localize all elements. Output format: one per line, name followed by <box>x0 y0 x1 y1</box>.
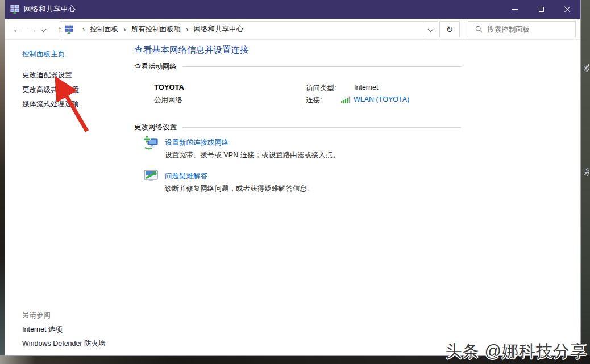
titlebar[interactable]: 网络和共享中心 <box>5 0 580 19</box>
page-title: 查看基本网络信息并设置连接 <box>134 44 249 56</box>
sidebar-item-internet-options[interactable]: Internet 选项 <box>22 325 63 334</box>
forward-icon: → <box>28 24 38 35</box>
network-sharing-icon-small <box>65 25 74 34</box>
watermark-text: 头条 @娜科技分享 <box>446 340 588 363</box>
crumb-separator: › <box>186 25 188 34</box>
network-column-divider <box>304 82 304 108</box>
sidebar-item-media-streaming-options[interactable]: 媒体流式处理选项 <box>22 99 79 109</box>
troubleshoot-icon <box>143 169 159 185</box>
network-category: 公用网络 <box>154 95 182 105</box>
troubleshoot-desc: 诊断并修复网络问题，或者获得疑难解答信息。 <box>165 184 314 194</box>
section-divider <box>182 66 461 67</box>
network-sharing-icon <box>10 5 20 14</box>
see-also-header: 另请参阅 <box>22 311 51 320</box>
desktop-wallpaper: 欢 亲 网络和共享中心 ← → ↑ <box>0 0 590 364</box>
maximize-icon <box>539 7 544 12</box>
minimize-icon <box>512 9 518 10</box>
access-type-value: Internet <box>354 83 378 91</box>
section-divider <box>182 127 461 128</box>
active-networks-section-header: 查看活动网络 <box>134 62 461 72</box>
setup-new-connection-icon <box>143 135 159 151</box>
network-sharing-center-window: 网络和共享中心 ← → ↑ › 控制面板 <box>5 0 581 356</box>
wallpaper-right-strip: 欢 亲 <box>581 0 590 364</box>
back-icon: ← <box>13 24 22 35</box>
search-icon <box>475 26 483 33</box>
red-annotation-arrow <box>5 40 581 355</box>
content-area: 控制面板主页 更改适配器设置 更改高级共享设置 媒体流式处理选项 另请参阅 In… <box>5 40 580 355</box>
crumb-separator: › <box>82 25 85 34</box>
window-title: 网络和共享中心 <box>24 5 502 14</box>
sidebar-item-change-advanced-sharing[interactable]: 更改高级共享设置 <box>22 85 79 95</box>
breadcrumb-network-center[interactable]: 网络和共享中心 <box>194 24 244 34</box>
address-dropdown-button[interactable] <box>423 22 438 37</box>
back-button[interactable]: ← <box>10 22 24 37</box>
sidebar-item-control-panel-home[interactable]: 控制面板主页 <box>22 49 65 59</box>
access-type-label: 访问类型: <box>306 83 336 93</box>
setup-new-connection-desc: 设置宽带、拨号或 VPN 连接；或设置路由器或接入点。 <box>165 150 340 160</box>
connection-label: 连接: <box>306 95 322 105</box>
wifi-signal-icon <box>341 96 351 103</box>
network-name: TOYOTA <box>154 83 184 91</box>
forward-button[interactable]: → <box>26 22 40 37</box>
search-input[interactable] <box>487 26 561 34</box>
minimize-button[interactable] <box>502 0 528 19</box>
breadcrumb-control-panel[interactable]: 控制面板 <box>90 24 118 34</box>
close-icon <box>564 6 571 13</box>
address-bar[interactable]: › 控制面板 › 所有控制面板项 › 网络和共享中心 <box>60 21 438 37</box>
sidebar-item-change-adapter-settings[interactable]: 更改适配器设置 <box>22 70 72 80</box>
chevron-down-icon <box>428 27 434 32</box>
refresh-icon: ↻ <box>446 24 454 35</box>
setup-new-connection-link[interactable]: 设置新的连接或网络 <box>165 138 229 148</box>
crumb-separator: › <box>123 25 126 34</box>
change-network-settings-section-header: 更改网络设置 <box>134 123 461 132</box>
sidebar-item-windows-defender-firewall[interactable]: Windows Defender 防火墙 <box>22 339 106 349</box>
recent-pages-chevron-icon[interactable] <box>41 27 47 32</box>
refresh-button[interactable]: ↻ <box>439 21 460 37</box>
maximize-button[interactable] <box>528 0 554 19</box>
connection-link-wlan[interactable]: WLAN (TOYOTA) <box>354 95 409 103</box>
troubleshoot-link[interactable]: 问题疑难解答 <box>165 171 207 181</box>
breadcrumb-all-items[interactable]: 所有控制面板项 <box>131 24 181 34</box>
close-button[interactable] <box>554 0 580 19</box>
navigation-bar: ← → ↑ › 控制面板 › 所有控制面板项 › 网络和共享中心 <box>5 19 580 40</box>
search-box[interactable] <box>468 21 576 37</box>
